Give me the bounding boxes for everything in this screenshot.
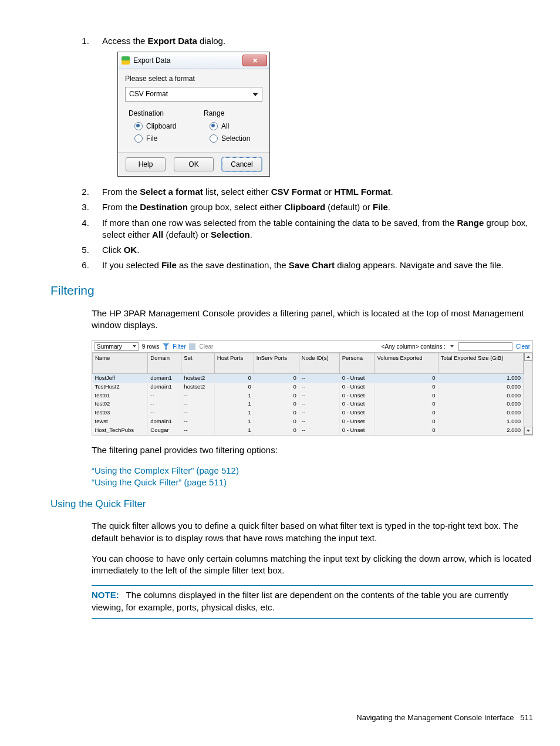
table-row[interactable]: test03----10--0 - Unset00.000 bbox=[93, 409, 524, 417]
step-1: Access the Export Data dialog. Export Da… bbox=[92, 35, 533, 177]
column-header[interactable]: Name bbox=[93, 353, 148, 374]
filtering-intro: The HP 3PAR Management Console provides … bbox=[92, 308, 533, 332]
filtering-heading: Filtering bbox=[50, 282, 533, 299]
table-row[interactable]: Host_TechPubsCougar--10--0 - Unset02.000 bbox=[93, 426, 524, 435]
step-6: If you selected File as the save destina… bbox=[92, 259, 533, 271]
clear-link[interactable]: Clear bbox=[199, 343, 213, 351]
step-5: Click OK. bbox=[92, 244, 533, 256]
dialog-prompt: Please select a format bbox=[125, 74, 262, 83]
column-header[interactable]: Total Exported Size (GiB) bbox=[438, 353, 523, 374]
note-label: NOTE: bbox=[92, 590, 119, 600]
range-label: Range bbox=[204, 109, 262, 118]
vertical-scrollbar[interactable] bbox=[524, 353, 532, 435]
steps-list: Access the Export Data dialog. Export Da… bbox=[92, 35, 533, 272]
filter-icon bbox=[163, 343, 169, 350]
radio-icon bbox=[134, 122, 143, 130]
chevron-down-icon bbox=[252, 93, 258, 96]
dialog-title: Export Data bbox=[133, 56, 242, 65]
destination-label: Destination bbox=[129, 109, 187, 118]
quick-filter-p1: The quick filter allows you to define a … bbox=[92, 520, 533, 544]
link-complex-filter[interactable]: “Using the Complex Filter” (page 512) bbox=[92, 465, 239, 475]
filter-toolbar: Summary 9 rows Filter Clear <Any column>… bbox=[92, 340, 533, 353]
radio-icon bbox=[210, 122, 218, 130]
radio-clipboard[interactable]: Clipboard bbox=[134, 121, 187, 131]
column-header[interactable]: Node ID(s) bbox=[299, 353, 339, 374]
hosts-table[interactable]: NameDomainSetHost PortsInServ PortsNode … bbox=[92, 353, 524, 435]
contains-label: <Any column> contains : bbox=[382, 343, 446, 351]
clear-icon bbox=[189, 343, 195, 350]
column-header[interactable]: Volumes Exported bbox=[375, 353, 438, 374]
filter-options-intro: The filtering panel provides two filteri… bbox=[92, 444, 533, 456]
ok-button[interactable]: OK bbox=[174, 157, 214, 171]
close-button[interactable]: ✕ bbox=[242, 55, 267, 66]
page-footer: Navigating the Management Console Interf… bbox=[50, 713, 533, 723]
note-body: The columns displayed in the filter list… bbox=[92, 590, 508, 612]
help-button[interactable]: Help bbox=[126, 157, 166, 171]
column-selector-icon[interactable] bbox=[450, 345, 454, 347]
export-data-dialog: Export Data ✕ Please select a format CSV… bbox=[117, 52, 270, 177]
table-row[interactable]: test01----10--0 - Unset00.000 bbox=[93, 391, 524, 400]
step-4: If more than one row was selected from t… bbox=[92, 217, 533, 241]
column-header[interactable]: Domain bbox=[148, 353, 181, 374]
radio-selection[interactable]: Selection bbox=[210, 134, 262, 143]
row-count: 9 rows bbox=[142, 343, 159, 351]
column-header[interactable]: Persona bbox=[339, 353, 375, 374]
dialog-titlebar[interactable]: Export Data ✕ bbox=[118, 52, 269, 69]
radio-icon bbox=[134, 134, 143, 143]
destination-group: Destination Clipboard File bbox=[129, 109, 187, 147]
table-row[interactable]: test02----10--0 - Unset00.000 bbox=[93, 400, 524, 409]
note-box: NOTE:The columns displayed in the filter… bbox=[92, 585, 533, 619]
format-value: CSV Format bbox=[129, 89, 168, 99]
table-row[interactable]: tewstdomain1--10--0 - Unset01.000 bbox=[93, 417, 524, 426]
range-group: Range All Selection bbox=[204, 109, 262, 147]
scroll-up-button[interactable] bbox=[524, 353, 532, 361]
scroll-down-button[interactable] bbox=[524, 427, 532, 435]
view-dropdown[interactable]: Summary bbox=[95, 342, 139, 352]
step-3: From the Destination group box, select e… bbox=[92, 201, 533, 213]
chevron-down-icon bbox=[133, 345, 136, 347]
table-row[interactable]: TestHost2domain1hostset200--0 - Unset00.… bbox=[93, 383, 524, 391]
quick-filter-heading: Using the Quick Filter bbox=[50, 498, 533, 511]
chevron-up-icon bbox=[527, 356, 530, 358]
format-dropdown[interactable]: CSV Format bbox=[125, 87, 262, 101]
radio-all[interactable]: All bbox=[210, 121, 262, 131]
link-quick-filter[interactable]: “Using the Quick Filter” (page 511) bbox=[92, 477, 227, 487]
clear-quick-link[interactable]: Clear bbox=[516, 343, 530, 351]
column-header[interactable]: InServ Ports bbox=[254, 353, 299, 374]
filter-panel: Summary 9 rows Filter Clear <Any column>… bbox=[92, 340, 533, 436]
step-2: From the Select a format list, select ei… bbox=[92, 186, 533, 198]
quick-filter-p2: You can choose to have only certain colu… bbox=[92, 553, 533, 577]
cancel-button[interactable]: Cancel bbox=[222, 157, 262, 171]
radio-file[interactable]: File bbox=[134, 134, 187, 143]
filter-link[interactable]: Filter bbox=[173, 343, 185, 351]
column-header[interactable]: Set bbox=[181, 353, 214, 374]
table-row[interactable]: HostJeffdomain1hostset200--0 - Unset01.0… bbox=[93, 374, 524, 383]
chevron-down-icon bbox=[527, 430, 530, 432]
close-icon: ✕ bbox=[252, 56, 258, 65]
quick-filter-input[interactable] bbox=[458, 342, 512, 351]
app-icon bbox=[122, 56, 130, 65]
radio-icon bbox=[210, 134, 218, 143]
column-header[interactable]: Host Ports bbox=[214, 353, 254, 374]
